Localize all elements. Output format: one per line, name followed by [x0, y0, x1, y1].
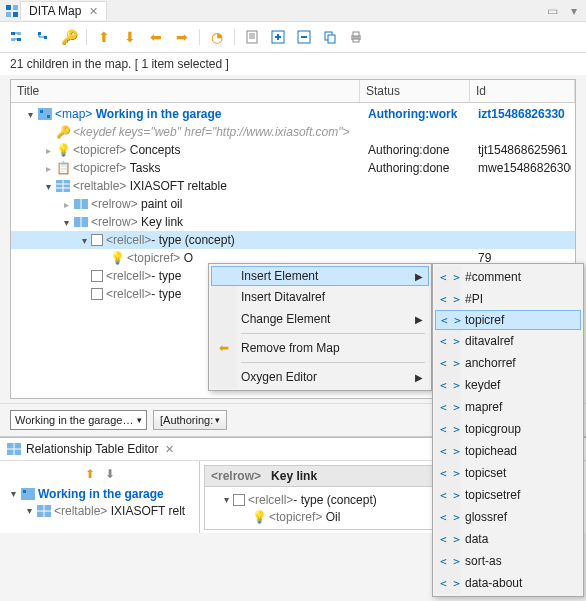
svg-rect-28	[38, 108, 52, 120]
tree-row-concepts[interactable]: ▸ 💡 <topicref> Concepts Authoring:done t…	[11, 141, 575, 159]
submenu-item-PI[interactable]: < >#PI	[435, 288, 581, 310]
tree-row-keydef[interactable]: 🔑 <keydef keys="web" href="http://www.ix…	[11, 123, 575, 141]
down-arrow-icon[interactable]: ⬇	[121, 28, 139, 46]
submenu-item-topicsetref[interactable]: < >topicsetref	[435, 484, 581, 506]
menu-insert-element[interactable]: Insert Element ▶	[211, 266, 429, 286]
toggle-icon[interactable]: ▾	[23, 107, 37, 121]
checkbox[interactable]	[91, 234, 103, 246]
print-icon[interactable]	[347, 28, 365, 46]
map-combo[interactable]: Working in the garage… ▾	[10, 410, 147, 430]
left-tree-child[interactable]: ▾ <reltable> IXIASOFT relt	[0, 502, 199, 519]
submenu-item-comment[interactable]: < >#comment	[435, 266, 581, 288]
table-header: Title Status Id	[11, 80, 575, 103]
add-icon[interactable]	[269, 28, 287, 46]
down-arrow-icon[interactable]: ⬇	[105, 467, 115, 481]
tab-dita-map[interactable]: DITA Map ✕	[20, 1, 107, 20]
remove-icon[interactable]	[295, 28, 313, 46]
toggle-icon[interactable]: ▸	[59, 197, 73, 211]
element-brackets-icon: < >	[440, 379, 460, 392]
toggle-icon[interactable]: ▾	[77, 233, 91, 247]
rel-topicref-label: Oil	[326, 510, 341, 524]
submenu-item-topicgroup[interactable]: < >topicgroup	[435, 418, 581, 440]
toggle-icon[interactable]: ▾	[59, 215, 73, 229]
submenu-item-sortas[interactable]: < >sort-as	[435, 550, 581, 572]
col-title[interactable]: Title	[11, 80, 360, 102]
pie-icon[interactable]: ◔	[208, 28, 226, 46]
close-icon[interactable]: ✕	[89, 5, 98, 18]
bulb-icon: 💡	[55, 142, 71, 158]
toggle-icon[interactable]: ▾	[219, 493, 233, 507]
submenu-item-mapref[interactable]: < >mapref	[435, 396, 581, 418]
element-brackets-icon: < >	[440, 533, 460, 546]
copy-icon[interactable]	[321, 28, 339, 46]
up-arrow-icon[interactable]: ⬆	[95, 28, 113, 46]
tree-row-map[interactable]: ▾ <map> Working in the garage Authoring:…	[11, 105, 575, 123]
checkbox[interactable]	[91, 288, 103, 300]
topicref-tag: <topicref>	[127, 251, 180, 265]
svg-rect-24	[328, 35, 335, 43]
submenu-label: ditavalref	[465, 334, 514, 348]
left-tree-root[interactable]: ▾ Working in the garage	[0, 485, 199, 502]
col-status[interactable]: Status	[360, 80, 470, 102]
toggle-icon[interactable]: ▸	[41, 143, 55, 157]
dita-map-tab-bar: DITA Map ✕ ▭ ▾	[0, 0, 586, 22]
menu-remove-from-map[interactable]: ⬅ Remove from Map	[211, 337, 429, 359]
svg-rect-4	[11, 32, 15, 35]
right-arrow-icon[interactable]: ➡	[173, 28, 191, 46]
dropdown-icon: ▾	[137, 415, 142, 425]
tree-icon[interactable]	[8, 28, 26, 46]
element-brackets-icon: < >	[440, 271, 460, 284]
menu-separator	[241, 333, 425, 334]
concepts-status: Authoring:done	[364, 143, 474, 157]
subtree-icon[interactable]	[34, 28, 52, 46]
key-icon[interactable]: 🔑	[60, 28, 78, 46]
menu-insert-ditavalref[interactable]: Insert Ditavalref	[211, 286, 429, 308]
tree-row-reltable[interactable]: ▾ <reltable> IXIASOFT reltable	[11, 177, 575, 195]
toggle-icon[interactable]: ▾	[41, 179, 55, 193]
checkbox[interactable]	[233, 494, 245, 506]
menu-change-element[interactable]: Change Element ▶	[211, 308, 429, 330]
menu-label: Oxygen Editor	[241, 370, 317, 384]
submenu-item-topicset[interactable]: < >topicset	[435, 462, 581, 484]
toggle-icon[interactable]: ▾	[22, 504, 36, 518]
submenu-label: data	[465, 532, 488, 546]
submenu-item-dataabout[interactable]: < >data-about	[435, 572, 581, 594]
checkbox[interactable]	[91, 270, 103, 282]
tab-title-text: DITA Map	[29, 4, 81, 18]
submenu-label: anchorref	[465, 356, 516, 370]
left-arrow-icon[interactable]: ⬅	[147, 28, 165, 46]
svg-rect-7	[17, 38, 21, 41]
tree-row-tasks[interactable]: ▸ 📋 <topicref> Tasks Authoring:done mwe1…	[11, 159, 575, 177]
close-icon[interactable]: ✕	[165, 443, 174, 456]
menu-label: Remove from Map	[241, 341, 340, 355]
minimize-icon[interactable]: ▭	[544, 3, 560, 19]
toggle-icon[interactable]: ▾	[6, 487, 20, 501]
submenu-item-anchorref[interactable]: < >anchorref	[435, 352, 581, 374]
up-arrow-icon[interactable]: ⬆	[85, 467, 95, 481]
doc-icon[interactable]	[243, 28, 261, 46]
relrow1-tag: <relrow>	[91, 197, 138, 211]
concepts-id: tjt154868625961	[474, 143, 571, 157]
toggle-icon[interactable]: ▸	[41, 161, 55, 175]
map-status: Authoring:work	[364, 107, 474, 121]
submenu-arrow-icon: ▶	[415, 372, 423, 383]
svg-rect-5	[17, 32, 21, 35]
submenu-item-ditavalref[interactable]: < >ditavalref	[435, 330, 581, 352]
submenu-item-keydef[interactable]: < >keydef	[435, 374, 581, 396]
tree-row-relrow2[interactable]: ▾ <relrow> Key link	[11, 213, 575, 231]
menu-icon[interactable]: ▾	[566, 3, 582, 19]
status-button[interactable]: [Authoring: ▾	[153, 410, 227, 430]
submenu-label: keydef	[465, 378, 500, 392]
topicref-label: O	[184, 251, 193, 265]
tree-row-relcell1[interactable]: ▾ <relcell> - type (concept)	[11, 231, 575, 249]
tree-row-relrow1[interactable]: ▸ <relrow> paint oil	[11, 195, 575, 213]
submenu-item-topichead[interactable]: < >topichead	[435, 440, 581, 462]
menu-oxygen-editor[interactable]: Oxygen Editor ▶	[211, 366, 429, 388]
tasks-id: mwe15486826300	[474, 161, 571, 175]
reltable-icon	[55, 178, 71, 194]
submenu-item-glossref[interactable]: < >glossref	[435, 506, 581, 528]
submenu-item-topicref[interactable]: < >topicref	[435, 310, 581, 330]
submenu-item-data[interactable]: < >data	[435, 528, 581, 550]
svg-rect-2	[6, 12, 11, 17]
col-id[interactable]: Id	[470, 80, 575, 102]
